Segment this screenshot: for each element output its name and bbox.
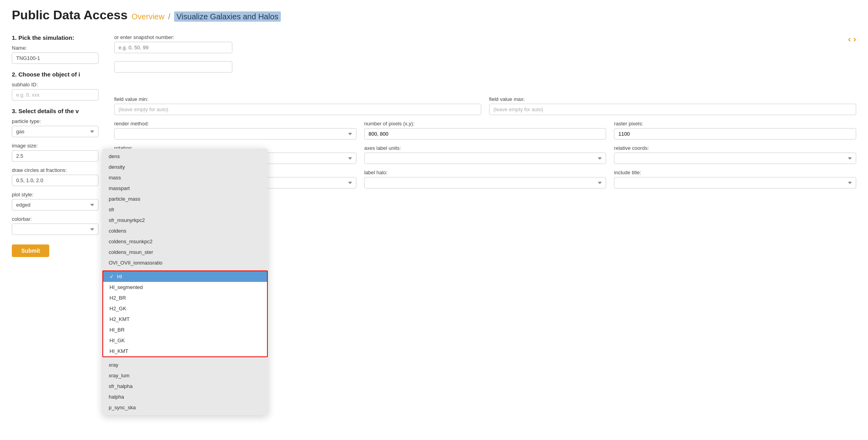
dropdown-item-h2-gk[interactable]: H2_GK [103, 303, 267, 314]
label-halo-col: label halo: [364, 170, 606, 188]
snapshot-section: or enter snapshot number: [114, 34, 856, 53]
num-pixels-label: number of pixels (x,y): [364, 121, 606, 127]
field-value-max-col: field value max: [489, 96, 856, 115]
dropdown-item-coldens[interactable]: coldens [102, 226, 268, 236]
section1: 1. Pick the simulation: Name: [12, 34, 98, 64]
colorbar-select[interactable] [12, 224, 98, 235]
plot-style-label: plot style: [12, 192, 98, 198]
nav-arrows: ‹ › [848, 34, 856, 45]
dropdown-item-sfr-msunyrkpc2[interactable]: sfr_msunyrkpc2 [102, 215, 268, 226]
page-title: Public Data Access [12, 8, 128, 22]
object-id-input[interactable] [114, 61, 232, 73]
dropdown-item-hi-br[interactable]: HI_BR [103, 324, 267, 335]
dropdown-item-masspart[interactable]: masspart [102, 183, 268, 194]
particle-type-select[interactable]: gas dm stars [12, 126, 98, 137]
draw-circles-label: draw circles at fractions: [12, 167, 98, 173]
dropdown-item-sfr-halpha[interactable]: sfr_halpha [102, 381, 268, 392]
render-method-label: render method: [114, 121, 356, 127]
dropdown-item-sfr[interactable]: sfr [102, 204, 268, 215]
field-value-max-input[interactable] [489, 104, 856, 115]
field-values-row: field value min: field value max: [114, 96, 856, 115]
dropdown-item-hi-gk[interactable]: HI_GK [103, 335, 267, 346]
breadcrumb-overview-link[interactable]: Overview [132, 12, 164, 21]
section3: 3. Select details of the v particle type… [12, 108, 98, 235]
subhalo-label: subhalo ID: [12, 82, 98, 88]
object-id-section [114, 61, 856, 73]
dropdown-item-p-sync-ska[interactable]: p_sync_ska [102, 402, 268, 413]
dropdown-item-mass[interactable]: mass [102, 172, 268, 183]
name-label: Name: [12, 45, 98, 51]
dropdown-list-after: xray xray_lum sfr_halpha halpha p_sync_s… [102, 357, 268, 415]
field-value-min-label: field value min: [114, 96, 481, 102]
dropdown-item-xray[interactable]: xray [102, 360, 268, 370]
section1-heading: 1. Pick the simulation: [12, 34, 98, 41]
section2: 2. Choose the object of i subhalo ID: [12, 71, 98, 101]
label-halo-select[interactable] [364, 177, 606, 188]
plot-style-select[interactable]: edged [12, 199, 98, 211]
simulation-name-input[interactable] [12, 52, 98, 64]
dropdown-item-hi[interactable]: ✓ HI [103, 271, 267, 282]
dropdown-list-before: dens density mass masspart particle_mass… [102, 149, 268, 270]
dropdown-list-border: ✓ HI HI_segmented H2_BR H2_GK H2_KMT HI_… [102, 270, 268, 357]
dropdown-item-ovi-ovii[interactable]: OVI_OVII_ionmassratio [102, 257, 268, 268]
relative-coords-col: relative coords: [614, 145, 856, 164]
draw-circles-input[interactable] [12, 175, 98, 186]
breadcrumb-separator: / [168, 12, 171, 21]
dropdown-item-density[interactable]: density [102, 162, 268, 172]
num-pixels-input[interactable] [364, 128, 606, 140]
left-panel: 1. Pick the simulation: Name: 2. Choose … [12, 34, 98, 257]
dropdown-item-dens[interactable]: dens [102, 151, 268, 162]
dropdown-item-h2-kmt[interactable]: H2_KMT [103, 314, 267, 324]
submit-button[interactable]: Submit [12, 244, 49, 257]
relative-coords-label: relative coords: [614, 145, 856, 151]
snapshot-label: or enter snapshot number: [114, 34, 232, 40]
image-size-label: image size: [12, 143, 98, 149]
dropdown-item-hi-kmt[interactable]: HI_KMT [103, 346, 267, 356]
dropdown-item-halpha[interactable]: halpha [102, 392, 268, 402]
main-content: 1. Pick the simulation: Name: 2. Choose … [12, 34, 856, 257]
dropdown-item-coldens-msun-ster[interactable]: coldens_msun_ster [102, 247, 268, 257]
nav-next-arrow[interactable]: › [853, 34, 856, 45]
relative-coords-select[interactable] [614, 153, 856, 164]
breadcrumb-current: Visualize Galaxies and Halos [174, 11, 281, 22]
num-pixels-col: number of pixels (x,y): [364, 121, 606, 140]
particle-type-label: particle type: [12, 118, 98, 124]
raster-pixels-col: raster pixels: [614, 121, 856, 140]
breadcrumb: Overview / Visualize Galaxies and Halos [132, 12, 281, 21]
render-row: render method: number of pixels (x,y): r… [114, 121, 856, 140]
field-value-min-input[interactable] [114, 104, 481, 115]
render-method-select[interactable] [114, 128, 356, 140]
field-value-max-label: field value max: [489, 96, 856, 102]
dropdown-item-xray-lum[interactable]: xray_lum [102, 370, 268, 381]
field-value-min-col: field value min: [114, 96, 481, 115]
snapshot-input[interactable] [114, 42, 232, 53]
dropdown-item-hi-segmented[interactable]: HI_segmented [103, 282, 267, 293]
raster-pixels-label: raster pixels: [614, 121, 856, 127]
colorbar-label: colorbar: [12, 216, 98, 222]
nav-prev-arrow[interactable]: ‹ [848, 34, 851, 45]
field-dropdown: dens density mass masspart particle_mass… [102, 149, 268, 415]
image-size-input[interactable] [12, 150, 98, 162]
axes-label-units-col: axes label units: [364, 145, 606, 164]
include-title-select[interactable] [614, 177, 856, 188]
snapshot-input-wrap: or enter snapshot number: [114, 34, 232, 53]
dropdown-item-particle-mass[interactable]: particle_mass [102, 194, 268, 204]
section3-heading: 3. Select details of the v [12, 108, 98, 114]
render-method-col: render method: [114, 121, 356, 140]
dropdown-item-h2-br[interactable]: H2_BR [103, 293, 267, 303]
label-halo-label: label halo: [364, 170, 606, 175]
dropdown-item-coldens-msunkpc2[interactable]: coldens_msunkpc2 [102, 236, 268, 247]
raster-pixels-input[interactable] [614, 128, 856, 140]
include-title-label: include title: [614, 170, 856, 175]
page-header: Public Data Access Overview / Visualize … [12, 8, 856, 22]
axes-label-units-select[interactable] [364, 153, 606, 164]
subhalo-id-input[interactable] [12, 89, 98, 101]
section2-heading: 2. Choose the object of i [12, 71, 98, 78]
include-title-col: include title: [614, 170, 856, 188]
axes-label-units-label: axes label units: [364, 145, 606, 151]
